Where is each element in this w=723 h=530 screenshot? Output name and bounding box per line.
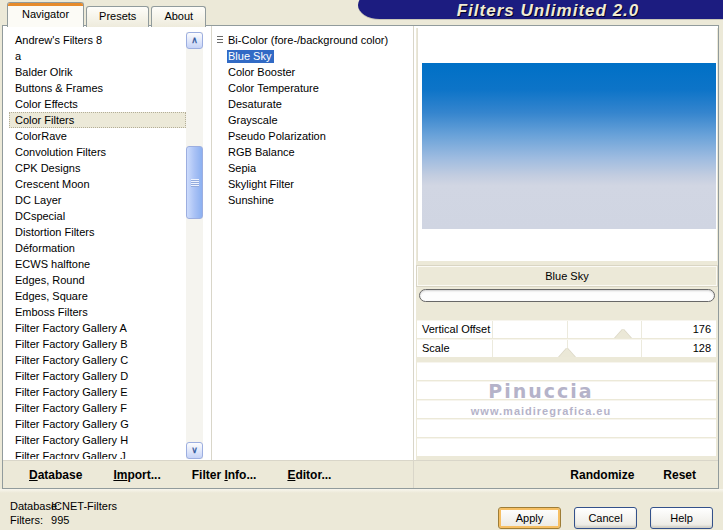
category-item[interactable]: Emboss Filters <box>9 304 186 320</box>
slider-vertical-offset[interactable]: Vertical Offset176 <box>417 320 716 338</box>
filter-item[interactable]: Color Booster <box>215 65 411 81</box>
filter-item-label: Color Temperature <box>227 82 322 95</box>
filter-item[interactable]: Pseudo Polarization <box>215 129 411 145</box>
toolbar-button-label: atabase <box>38 468 83 482</box>
filter-info-button[interactable]: Filter Info... <box>192 468 257 482</box>
filter-item[interactable]: Sunshine <box>215 193 411 209</box>
help-button[interactable]: Help <box>650 507 713 529</box>
category-item[interactable]: Crescent Moon <box>9 176 186 192</box>
category-item[interactable]: Buttons & Frames <box>9 80 186 96</box>
category-item[interactable]: Filter Factory Gallery A <box>9 320 186 336</box>
main-panel: Andrew's Filters 8aBalder OlrikButtons &… <box>2 25 719 489</box>
slider-scale[interactable]: Scale128 <box>417 339 716 357</box>
filter-list[interactable]: Bi-Color (fore-/background color)Blue Sk… <box>215 33 411 459</box>
toolbar-button-label: ditor... <box>295 468 331 482</box>
slider-tick <box>492 340 493 357</box>
tab-navigator[interactable]: Navigator <box>7 2 84 27</box>
title-banner: Filters Unlimited 2.0 <box>358 0 723 19</box>
slider-tick <box>641 340 642 357</box>
filter-item[interactable]: Skylight Filter <box>215 177 411 193</box>
slider-value: 128 <box>693 342 711 354</box>
category-item[interactable]: Déformation <box>9 240 186 256</box>
filter-item[interactable]: RGB Balance <box>215 145 411 161</box>
filters-label: Filters: <box>10 513 48 527</box>
category-item[interactable]: Filter Factory Gallery E <box>9 384 186 400</box>
filter-item[interactable]: Bi-Color (fore-/background color) <box>215 33 411 49</box>
filter-item[interactable]: Desaturate <box>215 97 411 113</box>
filter-item-label: Bi-Color (fore-/background color) <box>227 34 391 47</box>
toolbar-right-group: RandomizeReset <box>570 461 696 488</box>
category-item[interactable]: Filter Factory Gallery G <box>9 416 186 432</box>
category-item[interactable]: a <box>9 48 186 64</box>
scrollbar-thumb[interactable] <box>186 146 203 219</box>
toolbar-left-group: DatabaseImport...Filter Info...Editor... <box>29 461 331 488</box>
filter-caption: Blue Sky <box>417 266 717 286</box>
slider-label: Scale <box>422 342 450 354</box>
status-database-row: Database: ICNET-Filters <box>10 499 117 513</box>
category-item[interactable]: Filter Factory Gallery D <box>9 368 186 384</box>
category-item[interactable]: ECWS halftone <box>9 256 186 272</box>
toolbar-button-label: Filter <box>192 468 225 482</box>
category-item[interactable]: Convolution Filters <box>9 144 186 160</box>
empty-parameter-row <box>417 362 716 380</box>
empty-parameter-row <box>417 419 716 437</box>
toolbar-button-label: port... <box>127 468 160 482</box>
category-item[interactable]: Balder Olrik <box>9 64 186 80</box>
tab-presets[interactable]: Presets <box>86 6 149 27</box>
filters-value: 995 <box>51 514 69 526</box>
parameter-panel: Blue Sky Vertical Offset176Scale128 Pinu… <box>416 28 718 486</box>
category-item[interactable]: Edges, Square <box>9 288 186 304</box>
toolbar-button-label: nfo... <box>228 468 257 482</box>
category-item[interactable]: ColorRave <box>9 128 186 144</box>
slider-handle[interactable] <box>615 329 631 338</box>
filter-item-label: RGB Balance <box>227 146 298 159</box>
import-button[interactable]: Import... <box>113 468 160 482</box>
category-item[interactable]: Filter Factory Gallery F <box>9 400 186 416</box>
reset-button[interactable]: Reset <box>663 468 696 482</box>
category-item[interactable]: Color Filters <box>9 112 186 128</box>
tab-label: About <box>164 10 193 22</box>
status-area: Database: ICNET-Filters Filters: 995 <box>10 499 117 527</box>
category-item[interactable]: CPK Designs <box>9 160 186 176</box>
filter-item[interactable]: Color Temperature <box>215 81 411 97</box>
toolbar-button-label: Im <box>113 468 127 482</box>
randomize-button[interactable]: Randomize <box>570 468 634 482</box>
category-item[interactable]: Distortion Filters <box>9 224 186 240</box>
category-item[interactable]: Edges, Round <box>9 272 186 288</box>
slider-handle[interactable] <box>559 348 575 357</box>
category-item[interactable]: Filter Factory Gallery H <box>9 432 186 448</box>
category-item[interactable]: DC Layer <box>9 192 186 208</box>
tab-about[interactable]: About <box>151 6 206 27</box>
apply-button[interactable]: Apply <box>498 507 561 529</box>
filter-item-label: Grayscale <box>227 114 281 127</box>
category-item[interactable]: DCspecial <box>9 208 186 224</box>
toolbar-button-label: Reset <box>663 468 696 482</box>
database-button[interactable]: Database <box>29 468 82 482</box>
divider <box>413 461 414 488</box>
editor-button[interactable]: Editor... <box>287 468 331 482</box>
category-item[interactable]: Filter Factory Gallery J <box>9 448 186 459</box>
preview-image <box>422 63 716 229</box>
filter-item[interactable]: Grayscale <box>215 113 411 129</box>
category-item[interactable]: Color Effects <box>9 96 186 112</box>
filter-item-label: Blue Sky <box>227 50 274 63</box>
filter-item-label: Skylight Filter <box>227 178 297 191</box>
category-list[interactable]: Andrew's Filters 8aBalder OlrikButtons &… <box>9 32 186 459</box>
category-item[interactable]: Filter Factory Gallery B <box>9 336 186 352</box>
slider-value: 176 <box>693 323 711 335</box>
slider-tick <box>641 321 642 338</box>
scroll-down-icon[interactable]: ∨ <box>186 442 203 459</box>
app-title: Filters Unlimited 2.0 <box>358 0 723 21</box>
filter-item[interactable]: Blue Sky <box>215 49 411 65</box>
dialog-button-row: ApplyCancelHelp <box>498 507 713 529</box>
category-item[interactable]: Filter Factory Gallery C <box>9 352 186 368</box>
slider-label: Vertical Offset <box>422 323 490 335</box>
grip-icon <box>217 36 223 45</box>
filter-item[interactable]: Sepia <box>215 161 411 177</box>
category-item[interactable]: Andrew's Filters 8 <box>9 32 186 48</box>
cancel-button[interactable]: Cancel <box>574 507 637 529</box>
scrollbar-grip-icon <box>191 179 199 187</box>
toolbar: DatabaseImport...Filter Info...Editor...… <box>3 460 718 488</box>
category-scrollbar[interactable]: ∧ ∨ <box>186 32 203 459</box>
scroll-up-icon[interactable]: ∧ <box>186 32 203 49</box>
